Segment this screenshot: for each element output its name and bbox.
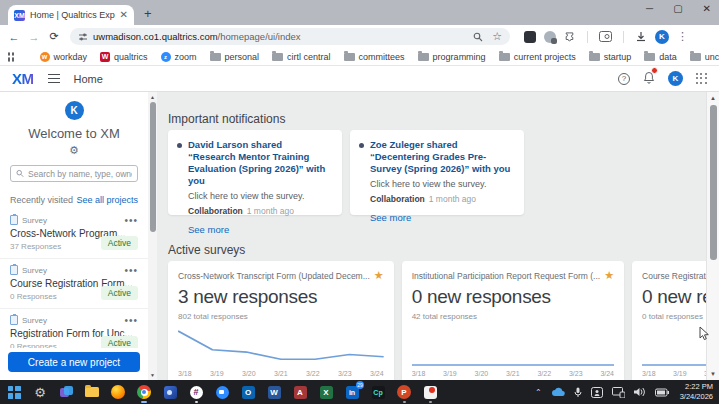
- breadcrumb-home[interactable]: Home: [74, 73, 103, 85]
- bookmark-folder-unc-meeting[interactable]: unc meeting: [690, 52, 719, 62]
- survey-card-title[interactable]: Cross-Network Transcript Form (Updated D…: [178, 271, 370, 281]
- linkedin-badge: 29: [356, 381, 364, 389]
- reload-button[interactable]: ⟳: [46, 30, 62, 43]
- bookmark-folder-personal[interactable]: personal: [210, 52, 260, 62]
- bookmark-folder-startup[interactable]: startup: [589, 52, 632, 62]
- new-tab-button[interactable]: +: [144, 6, 152, 21]
- app-switcher-icon[interactable]: [696, 73, 707, 84]
- scroll-up-arrow[interactable]: ▲: [707, 95, 719, 101]
- bookmark-folder-data[interactable]: data: [644, 52, 677, 62]
- see-more-link[interactable]: See more: [188, 224, 229, 235]
- excel-icon[interactable]: X: [318, 384, 334, 400]
- volume-icon[interactable]: [634, 387, 646, 397]
- browser-tab[interactable]: XM Home | Qualtrics Experience M ✕: [8, 5, 134, 25]
- browser-menu-icon[interactable]: ⋮: [677, 30, 688, 43]
- start-button-icon[interactable]: [6, 384, 22, 400]
- site-settings-icon[interactable]: [78, 32, 88, 42]
- hamburger-menu-icon[interactable]: [48, 74, 60, 84]
- gear-icon[interactable]: ⚙: [0, 145, 148, 156]
- scrollbar-thumb[interactable]: [710, 105, 717, 260]
- project-options-icon[interactable]: •••: [124, 218, 138, 223]
- mail-app-icon[interactable]: [162, 384, 178, 400]
- scroll-down-arrow[interactable]: ▼: [148, 372, 157, 378]
- help-icon[interactable]: ?: [618, 73, 630, 85]
- linkedin-icon[interactable]: in29: [344, 384, 360, 400]
- survey-card-title[interactable]: Institutional Participation Report Reque…: [412, 271, 601, 281]
- forward-button[interactable]: →: [26, 31, 42, 43]
- settings-icon[interactable]: ⚙: [32, 384, 48, 400]
- bookmark-folder-cirtl-central[interactable]: cirtl central: [272, 52, 331, 62]
- desktop-screen: XM Home | Qualtrics Experience M ✕ + ─ ▢…: [0, 0, 719, 404]
- microphone-icon[interactable]: [574, 387, 582, 398]
- window-minimize-button[interactable]: ─: [646, 4, 653, 14]
- onedrive-icon[interactable]: [551, 387, 565, 397]
- bookmark-zoom[interactable]: zzoom: [161, 52, 197, 62]
- notification-card[interactable]: David Larson shared “Research Mentor Tra…: [168, 130, 342, 215]
- favorite-star-icon[interactable]: ★: [604, 270, 614, 281]
- project-search[interactable]: [10, 165, 138, 182]
- scroll-down-arrow[interactable]: ▼: [707, 371, 719, 377]
- access-icon[interactable]: A: [292, 384, 308, 400]
- screen-recorder-icon[interactable]: [422, 384, 438, 400]
- outlook-icon[interactable]: O: [240, 384, 256, 400]
- scrollbar-thumb[interactable]: [150, 102, 156, 232]
- sidebar-scrollbar[interactable]: ▲ ▼: [148, 92, 157, 380]
- word-icon[interactable]: W: [266, 384, 282, 400]
- back-button[interactable]: ←: [6, 31, 22, 43]
- notification-title-link[interactable]: David Larson shared “Research Mentor Tra…: [188, 139, 332, 187]
- create-project-button[interactable]: Create a new project: [8, 352, 140, 372]
- slack-icon[interactable]: #: [188, 384, 204, 400]
- window-close-button[interactable]: ✕: [703, 4, 711, 14]
- window-maximize-button[interactable]: ▢: [673, 4, 682, 14]
- bookmark-star-icon[interactable]: ☆: [492, 31, 502, 42]
- xm-favicon-icon: XM: [14, 10, 25, 21]
- extension-icon[interactable]: [524, 31, 536, 43]
- bookmark-folder-current-projects[interactable]: current projects: [499, 52, 576, 62]
- notifications-bell-icon[interactable]: [643, 70, 655, 88]
- extension-privacy-icon[interactable]: [544, 31, 556, 43]
- display-icon[interactable]: [612, 387, 625, 398]
- zoom-app-icon[interactable]: [214, 384, 230, 400]
- bookmarks-bar: wworkday Wqualtrics zzoom personal cirtl…: [0, 48, 719, 66]
- project-options-icon[interactable]: •••: [124, 268, 138, 273]
- list-item[interactable]: Survey ••• Cross-Network Program... 37 R…: [0, 209, 148, 258]
- see-more-link[interactable]: See more: [370, 212, 411, 223]
- file-explorer-icon[interactable]: [84, 384, 100, 400]
- bookmark-folder-committees[interactable]: committees: [344, 52, 405, 62]
- tray-expand-icon[interactable]: ⌃: [535, 388, 542, 397]
- search-input[interactable]: [28, 169, 132, 179]
- list-item[interactable]: Survey ••• Course Registration Form... 0…: [0, 258, 148, 308]
- scroll-up-arrow[interactable]: ▲: [148, 94, 157, 100]
- survey-card[interactable]: Institutional Participation Report Reque…: [402, 261, 624, 380]
- bookmark-qualtrics[interactable]: Wqualtrics: [100, 52, 148, 62]
- apps-grid-icon[interactable]: [8, 52, 14, 62]
- side-panel-search-icon[interactable]: [599, 31, 612, 42]
- list-item[interactable]: Survey ••• Registration Form for Unc... …: [0, 308, 148, 348]
- project-options-icon[interactable]: •••: [124, 318, 138, 323]
- extensions-puzzle-icon[interactable]: [564, 31, 576, 43]
- teams-icon[interactable]: [591, 387, 603, 398]
- system-clock[interactable]: 2:22 PM 3/24/2026: [680, 382, 713, 402]
- favorite-star-icon[interactable]: ★: [374, 270, 384, 281]
- bookmark-folder-programming[interactable]: programming: [418, 52, 486, 62]
- search-icon[interactable]: [473, 32, 483, 42]
- survey-card[interactable]: Cross-Network Transcript Form (Updated D…: [168, 261, 394, 380]
- firefox-icon[interactable]: [110, 384, 126, 400]
- x-tick-label: 3/18: [642, 370, 656, 377]
- tab-close-icon[interactable]: ✕: [120, 10, 128, 20]
- notification-title-link[interactable]: Zoe Zuleger shared “Decentering Grades P…: [370, 139, 514, 175]
- downloads-icon[interactable]: [635, 31, 647, 43]
- browser-profile-avatar[interactable]: K: [655, 30, 669, 44]
- xm-account-avatar[interactable]: K: [668, 71, 683, 86]
- chart-x-axis: 3/183/193/203/213/223/233/24: [412, 370, 614, 377]
- notification-card[interactable]: Zoe Zuleger shared “Decentering Grades P…: [350, 130, 524, 215]
- bookmark-workday[interactable]: wworkday: [40, 52, 88, 62]
- captivate-icon[interactable]: Cp: [370, 384, 386, 400]
- chrome-icon[interactable]: [136, 384, 152, 400]
- address-bar[interactable]: uwmadison.co1.qualtrics.com/homepage/ui/…: [70, 28, 510, 45]
- powerpoint-icon[interactable]: P: [396, 384, 412, 400]
- task-view-icon[interactable]: [58, 384, 74, 400]
- see-all-projects-link[interactable]: See all projects: [76, 195, 138, 205]
- battery-icon[interactable]: [655, 388, 669, 397]
- page-scrollbar[interactable]: ▲ ▼: [706, 92, 719, 380]
